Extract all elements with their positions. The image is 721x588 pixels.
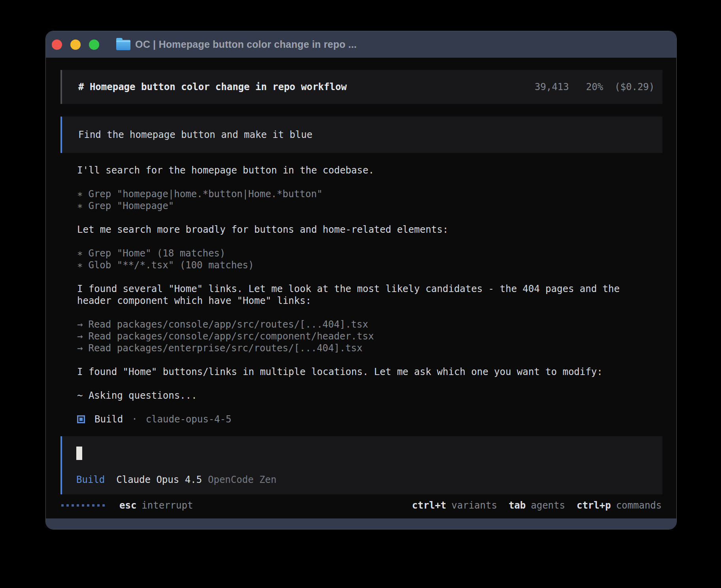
transcript: I'll search for the homepage button in t… (60, 164, 662, 425)
minimize-button[interactable] (70, 40, 81, 50)
assistant-text-line: Let me search more broadly for buttons a… (77, 224, 662, 236)
close-button[interactable] (52, 40, 62, 50)
tool-call-line: ∗Grep "Homepage" (77, 200, 662, 212)
spinner-dot (72, 504, 74, 507)
asterisk-icon: ∗ (77, 248, 83, 259)
tool-read-line: →Read packages/console/app/src/routes/[.… (77, 318, 662, 330)
agent-status-row: Build · claude-opus-4-5 (77, 413, 662, 425)
composer-provider: OpenCode Zen (208, 474, 276, 485)
asterisk-icon: ∗ (77, 200, 83, 211)
session-cost: ($0.29) (615, 81, 655, 92)
composer-status: Build Claude Opus 4.5 OpenCode Zen (76, 474, 655, 486)
tool-call-line: ∗Grep "Home" (18 matches) (77, 247, 662, 259)
composer-model: Claude Opus 4.5 (116, 474, 202, 485)
context-percent: 20% (586, 81, 603, 92)
agent-name: Build (94, 413, 123, 425)
composer-mode: Build (76, 474, 105, 485)
hint-commands: ctrl+pcommands (577, 500, 662, 511)
tool-call-line: ∗Grep "homepage|home.*button|Home.*butto… (77, 188, 662, 200)
assistant-text-line: I'll search for the homepage button in t… (77, 164, 662, 176)
assistant-text-line: I found "Home" buttons/links in multiple… (77, 366, 662, 378)
spinner-dot (102, 504, 105, 507)
text-cursor (76, 447, 82, 460)
user-message-text: Find the homepage button and make it blu… (78, 129, 312, 140)
hint-variants: ctrl+tvariants (412, 500, 497, 511)
spinner-dot (97, 504, 100, 507)
spinner-dot (87, 504, 89, 507)
session-meta: 39,413 20% ($0.29) (535, 81, 655, 92)
window-titlebar: OC | Homepage button color change in rep… (46, 31, 676, 58)
spinner-dot (82, 504, 84, 507)
arrow-right-icon: → (77, 331, 83, 342)
spinner-dot (66, 504, 69, 507)
assistant-text-line: I found several "Home" links. Let me loo… (77, 283, 662, 295)
window-bottom-bar (46, 518, 676, 529)
tool-read-line: →Read packages/enterprise/src/routes/[..… (77, 342, 662, 354)
terminal-window: OC | Homepage button color change in rep… (45, 31, 677, 530)
asterisk-icon: ∗ (77, 188, 83, 200)
session-header: # Homepage button color change in repo w… (60, 70, 662, 104)
zoom-button[interactable] (89, 40, 99, 50)
token-count: 39,413 (535, 81, 569, 92)
hints-right: ctrl+tvariants tabagents ctrl+pcommands (412, 500, 662, 511)
hint-agents: tabagents (509, 500, 565, 511)
session-title: # Homepage button color change in repo w… (78, 81, 347, 92)
assistant-text-line: header component which have "Home" links… (77, 295, 662, 307)
separator-dot: · (132, 413, 137, 425)
terminal-content: # Homepage button color change in repo w… (46, 58, 676, 518)
arrow-right-icon: → (77, 343, 83, 354)
asterisk-icon: ∗ (77, 260, 83, 271)
hint-interrupt: escinterrupt (119, 500, 193, 511)
spinner-dot (92, 504, 94, 507)
arrow-right-icon: → (77, 319, 83, 330)
assistant-status-line: ~ Asking questions... (77, 390, 662, 401)
user-message: Find the homepage button and make it blu… (60, 117, 662, 153)
window-title: OC | Homepage button color change in rep… (135, 39, 357, 50)
prompt-input[interactable]: Build Claude Opus 4.5 OpenCode Zen (60, 436, 662, 494)
tool-read-line: →Read packages/console/app/src/component… (77, 330, 662, 342)
spinner-dot (61, 504, 64, 507)
agent-model: claude-opus-4-5 (146, 413, 232, 425)
folder-icon (116, 40, 130, 50)
agent-build-icon (77, 415, 85, 423)
spinner-dot (77, 504, 79, 507)
spinner-dots (61, 504, 105, 507)
status-bar: escinterrupt ctrl+tvariants tabagents ct… (60, 499, 662, 511)
tool-call-line: ∗Glob "**/*.tsx" (100 matches) (77, 259, 662, 271)
